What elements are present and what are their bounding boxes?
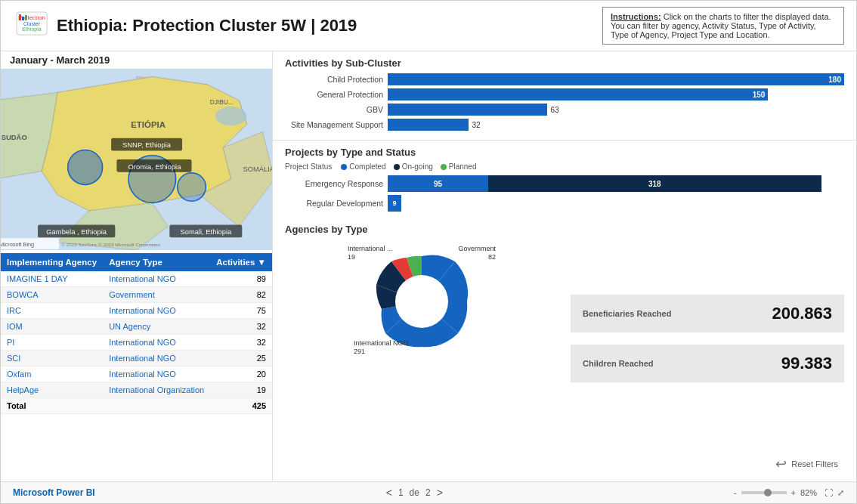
activity-bar-item[interactable]: General Protection 150 [285, 88, 844, 100]
bar-value-outside: 32 [472, 121, 480, 129]
agency-type: International Organization [103, 382, 210, 398]
table-row[interactable]: HelpAge International Organization 19 [1, 382, 272, 398]
agency-activities: 32 [210, 319, 272, 335]
main-container: Protection Cluster Ethiopia Ethiopia: Pr… [0, 0, 857, 504]
donut-section: Agencies by Type [285, 224, 558, 475]
bar-container: 63 [388, 104, 844, 116]
donut-label-govt: Government [458, 245, 496, 253]
svg-point-9 [68, 150, 103, 184]
total-label: Total [1, 398, 103, 414]
right-panel: Activities by Sub-Cluster Child Protecti… [273, 51, 856, 481]
bar-label: GBV [285, 105, 383, 114]
donut-label-intl-ngo: International NGO [354, 339, 409, 348]
reset-icon[interactable]: ↩ [775, 456, 787, 472]
logo-area: Protection Cluster Ethiopia Ethiopia: Pr… [13, 11, 357, 41]
svg-rect-4 [19, 14, 21, 20]
legend-items: CompletedOn-goingPlanned [341, 162, 476, 171]
zoom-slider[interactable] [741, 491, 787, 494]
agency-activities: 75 [210, 303, 272, 319]
footer: Microsoft Power BI < 1 de 2 > - + 82% ⛶ … [1, 481, 856, 503]
bar-container: 180 [388, 73, 844, 85]
agency-name: HelpAge [1, 382, 103, 398]
svg-rect-5 [22, 17, 24, 20]
beneficiaries-label: Beneficiaries Reached [583, 309, 671, 318]
page-title: Ethiopia: Protection Cluster 5W | 2019 [57, 16, 357, 36]
svg-text:SOMÁLIA: SOMÁLIA [243, 165, 272, 173]
legend-label: Project Status [285, 162, 332, 171]
instructions-box: Instructions: Click on the charts to fil… [602, 7, 844, 45]
svg-text:Microsoft Bing: Microsoft Bing [1, 241, 34, 248]
donut-value-intl-org: 19 [348, 253, 393, 261]
legend-item: On-going [394, 162, 433, 171]
activity-bar-item[interactable]: Child Protection 180 [285, 73, 844, 85]
donut-title: Agencies by Type [285, 224, 368, 235]
legend-label-text: On-going [402, 162, 433, 171]
agency-activities: 19 [210, 382, 272, 398]
projects-section: Projects by Type and Status Project Stat… [273, 141, 856, 218]
activity-bar-item[interactable]: Site Management Support 32 [285, 119, 844, 131]
agency-type: International NGO [103, 271, 210, 287]
bottom-right: Agencies by Type [273, 218, 856, 481]
prev-page-button[interactable]: < [386, 487, 392, 499]
col-header-activities[interactable]: Activities ▼ [210, 253, 272, 271]
project-legend: Project Status CompletedOn-goingPlanned [285, 162, 844, 171]
bar-fill: 150 [388, 88, 768, 100]
agency-name: IMAGINE 1 DAY [1, 271, 103, 287]
zoom-plus[interactable]: + [791, 488, 796, 497]
agency-type: International NGO [103, 366, 210, 382]
bar-container: 150 [388, 88, 844, 100]
zoom-level: 82% [800, 488, 817, 497]
table-row[interactable]: IRC International NGO 75 [1, 303, 272, 319]
agency-name: IRC [1, 303, 103, 319]
col-header-agency[interactable]: Implementing Agency [1, 253, 103, 271]
projects-title: Projects by Type and Status [285, 147, 844, 158]
total-blank [103, 398, 210, 414]
children-label: Children Reached [583, 359, 654, 368]
bar-container: 32 [388, 119, 844, 131]
reset-area: ↩ Reset Filters [571, 453, 844, 475]
zoom-minus[interactable]: - [734, 488, 737, 497]
bar-fill [388, 104, 547, 116]
agency-table: Implementing Agency Agency Type Activiti… [1, 253, 272, 414]
bar-label: General Protection [285, 90, 383, 99]
reset-label[interactable]: Reset Filters [791, 459, 838, 468]
svg-point-27 [395, 275, 448, 328]
bar-label: Child Protection [285, 75, 383, 84]
zoom-control: - + 82% ⛶ ⤢ [734, 488, 844, 498]
table-row[interactable]: SCI International NGO 25 [1, 351, 272, 366]
page-total: 2 [425, 487, 431, 498]
map-area[interactable]: SNNP, Ethiopia Oromia, Ethiopia Gambela … [1, 69, 272, 250]
col-header-type[interactable]: Agency Type [103, 253, 210, 271]
instructions-label: Instructions: Click on the charts to fil… [611, 12, 831, 39]
activity-bar-item[interactable]: GBV 63 [285, 104, 844, 116]
bar-fill [388, 119, 469, 131]
svg-text:DJIBU...: DJIBU... [210, 98, 234, 106]
legend-label-text: Planned [449, 162, 477, 171]
project-bar-item[interactable]: Emergency Response 95318 [285, 175, 844, 192]
svg-text:ETIÓPIA: ETIÓPIA [131, 120, 166, 129]
power-bi-link[interactable]: Microsoft Power BI [13, 487, 95, 498]
table-row[interactable]: PI International NGO 32 [1, 335, 272, 351]
next-page-button[interactable]: > [437, 487, 443, 499]
legend-dot [341, 164, 347, 170]
project-bar-item[interactable]: Regular Development 9 [285, 195, 844, 212]
donut-wrapper[interactable]: International ... 19 Government 82 Inter… [346, 241, 497, 362]
fit-page-icon[interactable]: ⛶ [825, 488, 833, 497]
svg-rect-6 [25, 15, 27, 20]
svg-point-11 [178, 173, 206, 202]
table-row[interactable]: IMAGINE 1 DAY International NGO 89 [1, 271, 272, 287]
project-bars: Emergency Response 95318 Regular Develop… [285, 175, 844, 212]
stacked-bar-container: 95318 [388, 175, 844, 192]
table-row[interactable]: Oxfam International NGO 20 [1, 366, 272, 382]
expand-icon[interactable]: ⤢ [837, 488, 844, 498]
table-row[interactable]: IOM UN Agency 32 [1, 319, 272, 335]
total-value: 425 [210, 398, 272, 414]
project-label: Regular Development [285, 199, 383, 208]
table-row[interactable]: BOWCA Government 82 [1, 287, 272, 303]
agency-activities: 20 [210, 366, 272, 382]
bar-value-outside: 63 [550, 106, 558, 114]
bar-value: 150 [753, 91, 766, 99]
agency-name: PI [1, 335, 103, 351]
agency-activities: 82 [210, 287, 272, 303]
left-panel: January - March 2019 [1, 51, 273, 481]
